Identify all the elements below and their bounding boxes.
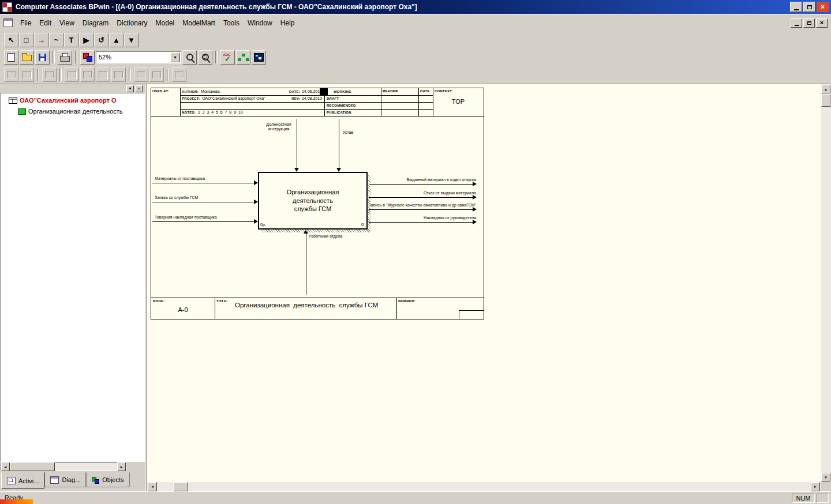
frame-line bbox=[180, 95, 324, 96]
menu-diagram[interactable]: Diagram bbox=[78, 17, 113, 29]
scroll-right-button[interactable]: ► bbox=[117, 462, 126, 471]
modelmart-save-button[interactable] bbox=[20, 67, 34, 82]
print-button[interactable] bbox=[58, 50, 72, 65]
go-to-child-button[interactable]: ▼ bbox=[124, 33, 138, 47]
explorer-pane-header[interactable]: ▾ × bbox=[0, 84, 145, 93]
scroll-up-button[interactable]: ▲ bbox=[821, 85, 830, 93]
display-manager-button[interactable] bbox=[252, 50, 266, 65]
tree-item-model-root[interactable]: ОАО"Сахалинский аэропорт О bbox=[9, 97, 116, 104]
squiggle-tool-button[interactable]: ~ bbox=[49, 33, 63, 47]
diagram-canvas[interactable]: USED AT: AUTHOR: Моисеева DATE: 14.08.20… bbox=[147, 84, 821, 482]
arrow-tool-button[interactable]: → bbox=[34, 33, 48, 47]
zoom-dropdown-button[interactable]: ▼ bbox=[170, 52, 180, 62]
control-arrow-line[interactable] bbox=[339, 119, 339, 168]
minimize-button[interactable] bbox=[790, 2, 802, 12]
scroll-right-icon: ► bbox=[814, 485, 817, 488]
zoom-area-button[interactable] bbox=[198, 50, 212, 65]
modelmart-checkout-button[interactable] bbox=[65, 67, 79, 82]
modelmart-checkin-button[interactable] bbox=[80, 67, 95, 82]
input-arrow-label[interactable]: Заявка со службы ГСМ bbox=[155, 195, 198, 200]
input-arrow-label[interactable]: Товарная накладная поставщика bbox=[155, 215, 217, 220]
modelmart-open-button[interactable] bbox=[4, 67, 18, 82]
menu-file[interactable]: File bbox=[16, 17, 35, 29]
pane-menu-button[interactable]: ▾ bbox=[126, 85, 134, 92]
go-to-sibling-button[interactable]: ↺ bbox=[94, 33, 108, 47]
node-label: NODE: bbox=[153, 299, 164, 303]
open-button[interactable] bbox=[20, 50, 34, 65]
input-arrow-line[interactable] bbox=[152, 221, 254, 222]
pointer-tool-button[interactable]: ↖ bbox=[4, 33, 18, 47]
menu-view[interactable]: View bbox=[55, 17, 78, 29]
menu-window[interactable]: Window bbox=[244, 17, 276, 29]
modelmart-refresh-button[interactable] bbox=[96, 67, 110, 82]
save-button[interactable] bbox=[35, 50, 50, 65]
scrollbar-thumb[interactable] bbox=[821, 94, 830, 107]
input-arrow-label[interactable]: Материалы от поставщика bbox=[155, 176, 205, 181]
tree-item-activity[interactable]: Организационная деятельность bbox=[18, 108, 123, 115]
menu-modelmart[interactable]: ModelMart bbox=[178, 17, 219, 29]
close-button[interactable]: × bbox=[817, 2, 829, 12]
activity-box[interactable]: Организационная деятельность службы ГСМ bbox=[258, 172, 368, 230]
separator bbox=[129, 69, 131, 81]
mechanism-arrow-line[interactable] bbox=[306, 234, 306, 295]
zoom-in-button[interactable] bbox=[182, 50, 197, 65]
input-arrow-line[interactable] bbox=[152, 183, 254, 183]
tab-objects[interactable]: Objects bbox=[86, 472, 129, 487]
arrowhead-down-icon bbox=[294, 168, 299, 172]
restore-button[interactable] bbox=[803, 2, 815, 12]
document-icon[interactable] bbox=[3, 18, 13, 27]
control-arrow-line[interactable] bbox=[297, 119, 297, 168]
explorer-horizontal-scrollbar[interactable]: ◄ ► bbox=[1, 462, 126, 471]
color-settings-button[interactable] bbox=[80, 50, 95, 65]
output-arrow-line[interactable] bbox=[369, 184, 473, 185]
frame-line bbox=[180, 102, 324, 103]
menu-help[interactable]: Help bbox=[276, 17, 299, 29]
scrollbar-thumb[interactable] bbox=[10, 462, 55, 471]
model-tree[interactable]: ОАО"Сахалинский аэропорт О Организационн… bbox=[0, 93, 145, 462]
scroll-left-button[interactable]: ◄ bbox=[1, 462, 10, 471]
activity-number: 0 bbox=[361, 222, 364, 227]
go-to-parent-button[interactable]: ▲ bbox=[109, 33, 123, 47]
scrollbar-thumb[interactable] bbox=[173, 482, 188, 491]
mdi-minimize-button[interactable] bbox=[791, 18, 802, 28]
separator bbox=[37, 69, 39, 81]
text-tool-button[interactable]: T bbox=[64, 33, 78, 47]
scroll-up-icon: ▲ bbox=[824, 88, 828, 91]
vertical-scrollbar[interactable]: ▲ ▼ bbox=[821, 84, 831, 482]
mdi-close-button[interactable]: × bbox=[816, 18, 828, 28]
modelmart-lock-button[interactable] bbox=[42, 67, 57, 82]
control-arrow-label[interactable]: Должностная инструкция bbox=[262, 122, 295, 132]
modelmart-sync-button[interactable] bbox=[172, 67, 186, 82]
control-arrow-label[interactable]: Устав bbox=[343, 130, 353, 135]
tab-activities[interactable]: Activi... bbox=[1, 472, 44, 489]
scroll-right-button[interactable]: ► bbox=[811, 482, 820, 491]
menu-model[interactable]: Model bbox=[152, 17, 179, 29]
diagram-nav-button[interactable]: ▶ bbox=[79, 33, 93, 47]
model-explorer-button[interactable] bbox=[236, 50, 250, 65]
menu-tools[interactable]: Tools bbox=[219, 17, 244, 29]
modelmart-users-button[interactable] bbox=[134, 67, 148, 82]
pane-close-button[interactable]: × bbox=[135, 85, 143, 92]
horizontal-scrollbar[interactable]: ◄ ► bbox=[147, 482, 821, 491]
new-button[interactable] bbox=[4, 50, 18, 65]
scroll-left-button[interactable]: ◄ bbox=[148, 482, 157, 491]
zoom-combobox[interactable]: 52% ▼ bbox=[96, 51, 181, 63]
output-arrow-line[interactable] bbox=[369, 197, 473, 198]
activity-box-tool-button[interactable]: □ bbox=[19, 33, 33, 47]
modelmart-keys-button[interactable] bbox=[149, 67, 164, 82]
scroll-down-button[interactable]: ▼ bbox=[821, 473, 830, 482]
menu-edit[interactable]: Edit bbox=[35, 17, 55, 29]
tab-label: Diag... bbox=[62, 476, 80, 483]
modelmart-grid-button[interactable] bbox=[111, 67, 126, 82]
activity-title: Организационная деятельность службы ГСМ bbox=[287, 188, 339, 214]
app-icon[interactable] bbox=[2, 2, 12, 12]
input-arrow-line[interactable] bbox=[152, 202, 254, 202]
tab-diagrams[interactable]: Diag... bbox=[44, 472, 86, 487]
menu-dictionary[interactable]: Dictionary bbox=[113, 17, 151, 29]
mechanism-arrow-label[interactable]: Работники отдела bbox=[309, 234, 342, 239]
mdi-restore-button[interactable] bbox=[803, 18, 815, 28]
output-arrow-line[interactable] bbox=[369, 209, 473, 210]
spell-check-button[interactable] bbox=[220, 50, 235, 65]
window-title: Computer Associates BPwin - [(A-0) Орган… bbox=[16, 3, 417, 11]
output-arrow-line[interactable] bbox=[369, 222, 473, 223]
